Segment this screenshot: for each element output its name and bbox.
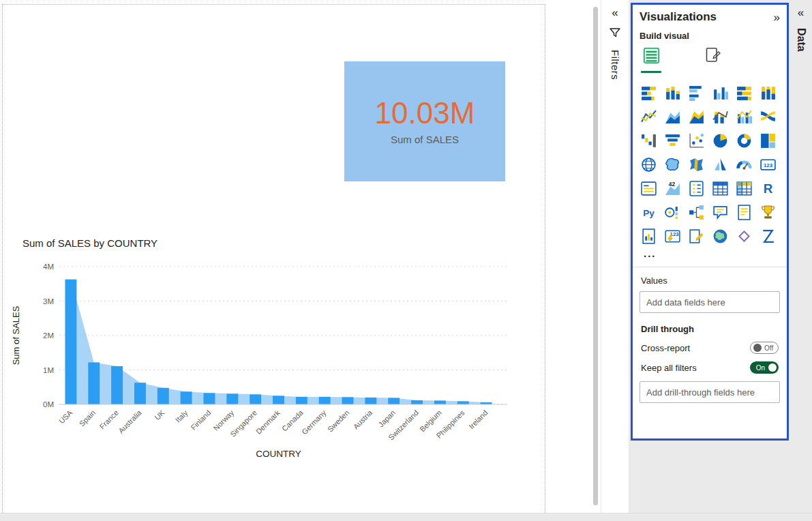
viz-icon-treemap[interactable] [756, 129, 780, 153]
svg-text:Denmark: Denmark [254, 408, 282, 436]
svg-text:UK: UK [153, 408, 166, 421]
collapse-visualizations-icon[interactable]: » [774, 12, 780, 23]
values-section-label: Values [641, 276, 787, 286]
viz-icon-funnel-chart[interactable] [661, 129, 685, 153]
viz-icon-clustered-bar-chart[interactable] [685, 81, 708, 105]
viz-icon-stacked-area-chart[interactable] [685, 105, 708, 129]
svg-text:USA: USA [57, 408, 74, 425]
viz-icon-map[interactable] [637, 153, 661, 177]
canvas-scrollbar[interactable] [593, 7, 598, 505]
values-field-well[interactable]: Add data fields here [640, 291, 780, 313]
viz-icon-scatter-chart[interactable] [685, 129, 708, 153]
viz-icon-card[interactable]: 123 [756, 153, 780, 177]
data-pane-collapsed[interactable]: « Data [790, 0, 812, 513]
toggle-state-label: Off [764, 344, 773, 352]
viz-icon-paginated-report[interactable] [637, 224, 661, 248]
svg-text:Italy: Italy [174, 408, 190, 424]
build-visual-label: Build visual [640, 31, 787, 41]
svg-text:Austria: Austria [352, 408, 374, 430]
expand-filters-icon[interactable]: « [612, 7, 618, 18]
viz-icon-waterfall-chart[interactable] [637, 129, 661, 153]
viz-icon-filled-map[interactable] [661, 153, 685, 177]
svg-text:2M: 2M [43, 331, 54, 340]
drill-through-field-well[interactable]: Add drill-through fields here [640, 381, 780, 403]
chart-title: Sum of SALES by COUNTRY [10, 237, 535, 249]
filters-pane-collapsed[interactable]: « Filters [601, 0, 629, 513]
svg-text:Finland: Finland [189, 408, 212, 432]
visualization-gallery: 12342RPy123 [633, 73, 787, 248]
viz-icon-custom-visual[interactable] [756, 224, 780, 248]
selected-tab-indicator [641, 71, 661, 73]
expand-data-icon[interactable]: « [798, 7, 804, 18]
viz-icon-line-and-stacked-column-chart[interactable] [708, 105, 732, 129]
format-visual-icon [704, 46, 722, 68]
viz-icon-power-apps[interactable] [732, 224, 756, 248]
viz-icon-metrics-trophy[interactable] [756, 200, 780, 224]
viz-icon-scorecard[interactable] [685, 224, 708, 248]
visualizations-tabs [633, 46, 787, 73]
viz-icon-matrix[interactable] [732, 177, 756, 200]
viz-icon-100-stacked-bar-chart[interactable] [732, 81, 756, 105]
viz-icon-python-visual[interactable]: Py [637, 200, 661, 224]
svg-text:Germany: Germany [300, 408, 328, 436]
get-more-visuals-button[interactable]: ... [644, 248, 787, 258]
card-value: 10.03M [375, 98, 475, 129]
toggle-knob [768, 363, 777, 372]
build-visual-icon [642, 46, 661, 68]
viz-icon-line-and-clustered-column-chart[interactable] [732, 105, 756, 129]
svg-text:France: France [97, 408, 120, 431]
pane-divider [633, 267, 787, 267]
svg-text:Ireland: Ireland [467, 408, 489, 430]
svg-text:1M: 1M [43, 366, 54, 374]
viz-icon-arcgis-map[interactable] [708, 224, 732, 248]
viz-icon-q-and-a[interactable] [708, 200, 732, 224]
svg-text:0M: 0M [43, 400, 54, 408]
svg-text:123: 123 [764, 162, 773, 168]
viz-icon-decomposition-tree[interactable] [685, 200, 708, 224]
filters-pane-title: Filters [610, 50, 621, 80]
tab-format-visual[interactable] [702, 46, 723, 73]
svg-text:COUNTRY: COUNTRY [256, 449, 301, 459]
card-visual[interactable]: 10.03M Sum of SALES [344, 61, 505, 181]
viz-icon-clustered-column-chart[interactable] [708, 81, 732, 105]
svg-text:Py: Py [643, 208, 655, 218]
viz-icon-kpi[interactable]: 42 [661, 177, 685, 200]
viz-icon-gauge[interactable] [732, 153, 756, 177]
viz-icon-table[interactable] [708, 177, 732, 200]
cross-report-toggle[interactable]: Off [750, 342, 779, 354]
tab-build-visual[interactable] [641, 46, 661, 73]
svg-text:Sweden: Sweden [326, 408, 351, 434]
viz-icon-ribbon-chart[interactable] [756, 105, 780, 129]
viz-icon-100-stacked-column-chart[interactable] [756, 81, 780, 105]
visualizations-pane-title: Visualizations [640, 10, 717, 24]
drill-through-label: Drill through [641, 324, 787, 334]
viz-icon-donut-chart[interactable] [732, 129, 756, 153]
viz-icon-r-script-visual[interactable]: R [756, 177, 780, 200]
toggle-state-label: On [756, 364, 765, 372]
viz-icon-stacked-column-chart[interactable] [661, 81, 685, 105]
viz-icon-slicer[interactable] [685, 177, 708, 200]
status-bar [0, 513, 812, 521]
svg-text:R: R [764, 181, 773, 196]
viz-icon-azure-map[interactable] [708, 153, 732, 177]
area-chart-visual[interactable]: Sum of SALES by COUNTRY 0M1M2M3M4MUSASpa… [10, 235, 535, 470]
viz-icon-multi-row-card[interactable] [637, 177, 661, 200]
toggle-knob [753, 344, 762, 352]
viz-icon-power-automate[interactable]: 123 [661, 224, 685, 248]
svg-text:Sum of SALES: Sum of SALES [11, 306, 21, 365]
svg-text:Spain: Spain [78, 408, 97, 428]
visualizations-pane: Visualizations » Build visual 12342RPy1 [631, 3, 789, 441]
data-pane-title: Data [795, 28, 807, 52]
viz-icon-line-chart[interactable] [637, 105, 661, 129]
viz-icon-stacked-bar-chart[interactable] [637, 81, 661, 105]
filter-funnel-icon [609, 27, 621, 41]
svg-text:42: 42 [669, 181, 676, 188]
keep-all-filters-toggle[interactable]: On [750, 361, 779, 374]
viz-icon-area-chart[interactable] [661, 105, 685, 129]
viz-icon-key-influencers[interactable] [661, 200, 685, 224]
svg-text:Japan: Japan [376, 408, 397, 429]
viz-icon-smart-narrative[interactable] [732, 200, 756, 224]
chart-plot: 0M1M2M3M4MUSASpainFranceAustraliaUKItaly… [10, 250, 526, 467]
viz-icon-shape-map[interactable] [685, 153, 708, 177]
viz-icon-pie-chart[interactable] [708, 129, 732, 153]
